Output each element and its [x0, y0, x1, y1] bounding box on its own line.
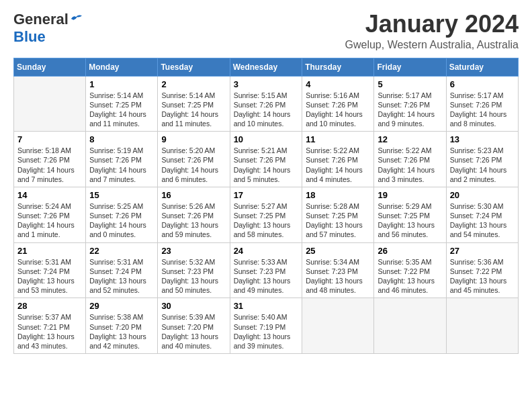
- title-block: January 2024 Gwelup, Western Australia, …: [345, 11, 519, 51]
- day-number: 3: [234, 79, 299, 89]
- day-number: 14: [17, 190, 82, 200]
- calendar-cell: [14, 76, 86, 132]
- cell-info: Sunrise: 5:31 AM Sunset: 7:24 PM Dayligh…: [17, 257, 82, 295]
- day-number: 16: [161, 190, 226, 200]
- day-number: 28: [17, 301, 82, 311]
- logo: General Blue: [13, 11, 82, 46]
- cell-info: Sunrise: 5:34 AM Sunset: 7:23 PM Dayligh…: [306, 257, 370, 295]
- day-number: 25: [306, 246, 370, 256]
- calendar-cell: 27Sunrise: 5:36 AM Sunset: 7:22 PM Dayli…: [446, 242, 518, 298]
- calendar-cell: 26Sunrise: 5:35 AM Sunset: 7:22 PM Dayli…: [374, 242, 446, 298]
- day-number: 29: [89, 301, 154, 311]
- cell-info: Sunrise: 5:25 AM Sunset: 7:26 PM Dayligh…: [89, 201, 154, 240]
- calendar-cell: 5Sunrise: 5:17 AM Sunset: 7:26 PM Daylig…: [374, 76, 446, 132]
- cell-info: Sunrise: 5:30 AM Sunset: 7:24 PM Dayligh…: [450, 201, 515, 240]
- day-number: 1: [89, 79, 154, 89]
- calendar-cell: 13Sunrise: 5:23 AM Sunset: 7:26 PM Dayli…: [446, 132, 518, 187]
- calendar-cell: 22Sunrise: 5:31 AM Sunset: 7:24 PM Dayli…: [86, 242, 158, 298]
- day-number: 4: [306, 79, 370, 89]
- day-number: 12: [378, 134, 442, 144]
- calendar-cell: 16Sunrise: 5:26 AM Sunset: 7:26 PM Dayli…: [158, 187, 230, 242]
- day-number: 2: [161, 79, 226, 89]
- logo-general-text: General: [13, 11, 69, 28]
- calendar-cell: 3Sunrise: 5:15 AM Sunset: 7:26 PM Daylig…: [230, 76, 302, 132]
- cell-info: Sunrise: 5:15 AM Sunset: 7:26 PM Dayligh…: [234, 91, 299, 129]
- cell-info: Sunrise: 5:39 AM Sunset: 7:20 PM Dayligh…: [161, 312, 226, 351]
- cell-info: Sunrise: 5:14 AM Sunset: 7:25 PM Dayligh…: [89, 91, 154, 129]
- day-number: 11: [306, 134, 370, 144]
- day-number: 6: [450, 79, 515, 89]
- calendar-cell: 6Sunrise: 5:17 AM Sunset: 7:26 PM Daylig…: [446, 76, 518, 132]
- calendar-cell: 25Sunrise: 5:34 AM Sunset: 7:23 PM Dayli…: [302, 242, 374, 298]
- cell-info: Sunrise: 5:26 AM Sunset: 7:26 PM Dayligh…: [161, 201, 226, 240]
- calendar-cell: 29Sunrise: 5:38 AM Sunset: 7:20 PM Dayli…: [86, 298, 158, 354]
- cell-info: Sunrise: 5:22 AM Sunset: 7:26 PM Dayligh…: [306, 146, 370, 184]
- day-number: 17: [234, 190, 299, 200]
- calendar-cell: [302, 298, 374, 354]
- day-header-thursday: Thursday: [302, 58, 374, 76]
- calendar-cell: 23Sunrise: 5:32 AM Sunset: 7:23 PM Dayli…: [158, 242, 230, 298]
- location-title: Gwelup, Western Australia, Australia: [345, 39, 519, 51]
- cell-info: Sunrise: 5:17 AM Sunset: 7:26 PM Dayligh…: [378, 91, 442, 129]
- cell-info: Sunrise: 5:40 AM Sunset: 7:19 PM Dayligh…: [234, 312, 299, 351]
- day-number: 15: [89, 190, 154, 200]
- cell-info: Sunrise: 5:28 AM Sunset: 7:25 PM Dayligh…: [306, 201, 370, 240]
- cell-info: Sunrise: 5:21 AM Sunset: 7:26 PM Dayligh…: [234, 146, 299, 184]
- calendar-cell: 9Sunrise: 5:20 AM Sunset: 7:26 PM Daylig…: [158, 132, 230, 187]
- cell-info: Sunrise: 5:35 AM Sunset: 7:22 PM Dayligh…: [378, 257, 442, 295]
- cell-info: Sunrise: 5:32 AM Sunset: 7:23 PM Dayligh…: [161, 257, 226, 295]
- calendar-cell: 17Sunrise: 5:27 AM Sunset: 7:25 PM Dayli…: [230, 187, 302, 242]
- month-title: January 2024: [345, 11, 519, 38]
- day-number: 18: [306, 190, 370, 200]
- day-number: 7: [17, 134, 82, 144]
- calendar-cell: 28Sunrise: 5:37 AM Sunset: 7:21 PM Dayli…: [14, 298, 86, 354]
- calendar-week-row: 7Sunrise: 5:18 AM Sunset: 7:26 PM Daylig…: [14, 132, 519, 187]
- calendar-week-row: 28Sunrise: 5:37 AM Sunset: 7:21 PM Dayli…: [14, 298, 519, 354]
- calendar-cell: [446, 298, 518, 354]
- day-header-monday: Monday: [86, 58, 158, 76]
- cell-info: Sunrise: 5:23 AM Sunset: 7:26 PM Dayligh…: [450, 146, 515, 184]
- day-number: 26: [378, 246, 442, 256]
- page-header: General Blue January 2024 Gwelup, Wester…: [13, 11, 519, 51]
- day-number: 24: [234, 246, 299, 256]
- day-number: 5: [378, 79, 442, 89]
- day-number: 9: [161, 134, 226, 144]
- calendar-header-row: SundayMondayTuesdayWednesdayThursdayFrid…: [14, 58, 519, 76]
- cell-info: Sunrise: 5:18 AM Sunset: 7:26 PM Dayligh…: [17, 146, 82, 184]
- calendar-cell: 11Sunrise: 5:22 AM Sunset: 7:26 PM Dayli…: [302, 132, 374, 187]
- calendar-week-row: 14Sunrise: 5:24 AM Sunset: 7:26 PM Dayli…: [14, 187, 519, 242]
- calendar-cell: 1Sunrise: 5:14 AM Sunset: 7:25 PM Daylig…: [86, 76, 158, 132]
- calendar-body: 1Sunrise: 5:14 AM Sunset: 7:25 PM Daylig…: [14, 76, 519, 353]
- cell-info: Sunrise: 5:27 AM Sunset: 7:25 PM Dayligh…: [234, 201, 299, 240]
- cell-info: Sunrise: 5:36 AM Sunset: 7:22 PM Dayligh…: [450, 257, 515, 295]
- calendar-cell: 15Sunrise: 5:25 AM Sunset: 7:26 PM Dayli…: [86, 187, 158, 242]
- day-number: 22: [89, 246, 154, 256]
- calendar-table: SundayMondayTuesdayWednesdayThursdayFrid…: [13, 58, 519, 354]
- cell-info: Sunrise: 5:38 AM Sunset: 7:20 PM Dayligh…: [89, 312, 154, 351]
- cell-info: Sunrise: 5:37 AM Sunset: 7:21 PM Dayligh…: [17, 312, 82, 351]
- cell-info: Sunrise: 5:33 AM Sunset: 7:23 PM Dayligh…: [234, 257, 299, 295]
- day-number: 27: [450, 246, 515, 256]
- day-header-friday: Friday: [374, 58, 446, 76]
- calendar-cell: 12Sunrise: 5:22 AM Sunset: 7:26 PM Dayli…: [374, 132, 446, 187]
- calendar-cell: 2Sunrise: 5:14 AM Sunset: 7:25 PM Daylig…: [158, 76, 230, 132]
- calendar-cell: 30Sunrise: 5:39 AM Sunset: 7:20 PM Dayli…: [158, 298, 230, 354]
- day-number: 8: [89, 134, 154, 144]
- calendar-cell: 8Sunrise: 5:19 AM Sunset: 7:26 PM Daylig…: [86, 132, 158, 187]
- calendar-cell: 10Sunrise: 5:21 AM Sunset: 7:26 PM Dayli…: [230, 132, 302, 187]
- day-number: 19: [378, 190, 442, 200]
- day-number: 23: [161, 246, 226, 256]
- cell-info: Sunrise: 5:20 AM Sunset: 7:26 PM Dayligh…: [161, 146, 226, 184]
- calendar-cell: 4Sunrise: 5:16 AM Sunset: 7:26 PM Daylig…: [302, 76, 374, 132]
- calendar-week-row: 21Sunrise: 5:31 AM Sunset: 7:24 PM Dayli…: [14, 242, 519, 298]
- calendar-cell: [374, 298, 446, 354]
- calendar-cell: 20Sunrise: 5:30 AM Sunset: 7:24 PM Dayli…: [446, 187, 518, 242]
- calendar-cell: 31Sunrise: 5:40 AM Sunset: 7:19 PM Dayli…: [230, 298, 302, 354]
- calendar-cell: 21Sunrise: 5:31 AM Sunset: 7:24 PM Dayli…: [14, 242, 86, 298]
- day-number: 30: [161, 301, 226, 311]
- calendar-cell: 18Sunrise: 5:28 AM Sunset: 7:25 PM Dayli…: [302, 187, 374, 242]
- day-number: 20: [450, 190, 515, 200]
- day-header-wednesday: Wednesday: [230, 58, 302, 76]
- day-header-tuesday: Tuesday: [158, 58, 230, 76]
- calendar-cell: 7Sunrise: 5:18 AM Sunset: 7:26 PM Daylig…: [14, 132, 86, 187]
